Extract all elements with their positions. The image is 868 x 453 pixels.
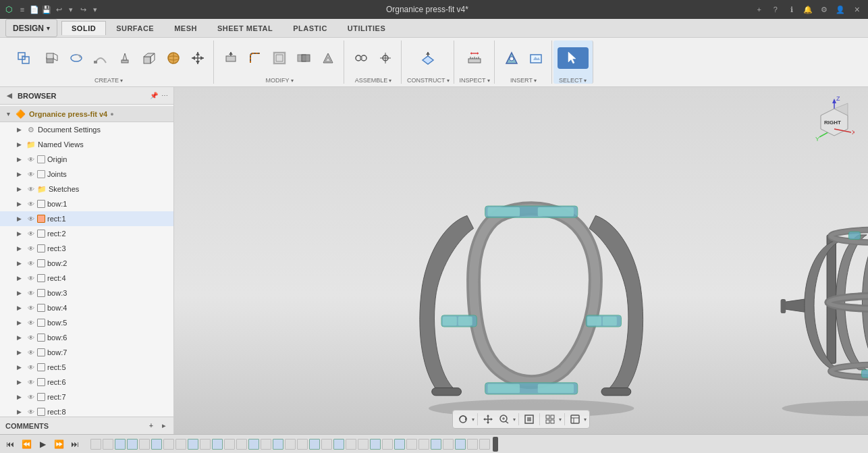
timeline-next-button[interactable]: ⏩ bbox=[51, 437, 66, 452]
sketches-eye-icon[interactable]: 👁 bbox=[26, 184, 36, 194]
tl-feature-25[interactable] bbox=[382, 439, 393, 450]
tl-feature-14[interactable] bbox=[248, 439, 259, 450]
zoom-button[interactable] bbox=[497, 412, 512, 427]
rect5-eye-icon[interactable]: 👁 bbox=[26, 363, 36, 372]
tree-item-sketches[interactable]: ▶ 👁 📁 Sketches bbox=[0, 182, 173, 196]
tree-item-rect8[interactable]: ▶ 👁 rect:8 bbox=[0, 404, 173, 417]
tree-item-rect5[interactable]: ▶ 👁 rect:5 bbox=[0, 360, 173, 375]
fillet-button[interactable] bbox=[244, 48, 267, 68]
timeline-rewind-button[interactable]: ⏮ bbox=[3, 437, 18, 452]
settings-icon[interactable]: ⚙ bbox=[819, 5, 829, 14]
rect3-expand-icon[interactable]: ▶ bbox=[13, 243, 24, 254]
orbit-button[interactable] bbox=[456, 412, 470, 427]
bow6-expand-icon[interactable]: ▶ bbox=[13, 332, 24, 343]
tl-feature-11[interactable] bbox=[212, 439, 223, 450]
timeline-prev-button[interactable]: ⏪ bbox=[19, 437, 34, 452]
tree-item-named-views[interactable]: ▶ 📁 Named Views bbox=[0, 137, 173, 152]
press-pull-button[interactable] bbox=[219, 48, 242, 68]
bow4-expand-icon[interactable]: ▶ bbox=[13, 302, 24, 313]
redo-dropdown-icon[interactable]: ▾ bbox=[90, 5, 100, 14]
rect2-eye-icon[interactable]: 👁 bbox=[26, 229, 36, 238]
tl-feature-3[interactable] bbox=[115, 439, 126, 450]
grid-button[interactable] bbox=[543, 412, 558, 427]
tl-feature-4[interactable] bbox=[127, 439, 138, 450]
tl-feature-28[interactable] bbox=[418, 439, 429, 450]
browser-root-item[interactable]: ▾ 🔶 Orgnanice press-fit v4 ● bbox=[0, 106, 173, 122]
doc-settings-expand-icon[interactable]: ▶ bbox=[13, 124, 24, 135]
select-button[interactable] bbox=[558, 47, 589, 69]
construct-arrow-icon[interactable]: ▾ bbox=[447, 78, 450, 84]
tl-feature-21[interactable] bbox=[333, 439, 344, 450]
tree-item-bow3[interactable]: ▶ 👁 bow:3 bbox=[0, 286, 173, 300]
tl-feature-26[interactable] bbox=[394, 439, 405, 450]
create-arrow-icon[interactable]: ▾ bbox=[120, 78, 123, 84]
move-button[interactable] bbox=[186, 48, 209, 68]
tab-solid[interactable]: SOLID bbox=[61, 21, 106, 35]
tl-feature-30[interactable] bbox=[443, 439, 454, 450]
tl-feature-2[interactable] bbox=[103, 439, 113, 450]
orbit-dropdown-icon[interactable]: ▾ bbox=[472, 417, 474, 423]
tl-feature-32[interactable] bbox=[467, 439, 478, 450]
tree-item-rect1[interactable]: ▶ 👁 rect:1 bbox=[0, 211, 173, 226]
canvas-button[interactable] bbox=[524, 48, 547, 68]
redo-icon[interactable]: ↪ bbox=[78, 5, 88, 14]
bow1-eye-icon[interactable]: 👁 bbox=[26, 199, 36, 209]
assemble-arrow-icon[interactable]: ▾ bbox=[389, 78, 391, 84]
fit-button[interactable] bbox=[522, 412, 537, 427]
tree-item-bow4[interactable]: ▶ 👁 bow:4 bbox=[0, 300, 173, 315]
browser-pin-icon[interactable]: 📌 bbox=[149, 91, 159, 101]
rect1-expand-icon[interactable]: ▶ bbox=[13, 213, 24, 224]
tl-feature-22[interactable] bbox=[346, 439, 356, 450]
tree-item-rect6[interactable]: ▶ 👁 rect:6 bbox=[0, 375, 173, 390]
rect8-eye-icon[interactable]: 👁 bbox=[26, 407, 36, 417]
new-icon[interactable]: 📄 bbox=[30, 5, 39, 14]
inspect-arrow-icon[interactable]: ▾ bbox=[487, 78, 490, 84]
origin-eye-icon[interactable]: 👁 bbox=[26, 155, 36, 164]
timeline-play-button[interactable]: ▶ bbox=[35, 437, 50, 452]
close-button[interactable]: × bbox=[852, 4, 863, 15]
undo-icon[interactable]: ↩ bbox=[54, 5, 63, 14]
timeline-end-button[interactable]: ⏭ bbox=[67, 437, 82, 452]
tree-item-bow1[interactable]: ▶ 👁 bow:1 bbox=[0, 196, 173, 211]
tl-feature-27[interactable] bbox=[406, 439, 417, 450]
rect2-expand-icon[interactable]: ▶ bbox=[13, 228, 24, 239]
tl-feature-16[interactable] bbox=[273, 439, 283, 450]
tl-feature-20[interactable] bbox=[321, 439, 332, 450]
bow3-expand-icon[interactable]: ▶ bbox=[13, 288, 24, 298]
add-tab-icon[interactable]: + bbox=[755, 5, 764, 14]
tl-feature-1[interactable] bbox=[90, 439, 101, 450]
comment-add-icon[interactable]: + bbox=[146, 421, 156, 431]
tl-feature-19[interactable] bbox=[309, 439, 320, 450]
undo-dropdown-icon[interactable]: ▾ bbox=[66, 5, 76, 14]
loft-button[interactable] bbox=[113, 48, 136, 68]
named-views-expand-icon[interactable]: ▶ bbox=[13, 139, 24, 150]
tree-item-rect7[interactable]: ▶ 👁 rect:7 bbox=[0, 390, 173, 404]
combine-button[interactable] bbox=[292, 48, 315, 68]
rect5-expand-icon[interactable]: ▶ bbox=[13, 362, 24, 373]
rect8-expand-icon[interactable]: ▶ bbox=[13, 406, 24, 417]
bow3-eye-icon[interactable]: 👁 bbox=[26, 288, 36, 298]
rect6-eye-icon[interactable]: 👁 bbox=[26, 377, 36, 387]
extrude-button[interactable] bbox=[40, 48, 63, 68]
tree-item-origin[interactable]: ▶ 👁 Origin bbox=[0, 152, 173, 167]
new-component-button[interactable] bbox=[8, 47, 39, 69]
tree-item-doc-settings[interactable]: ▶ ⚙ Document Settings bbox=[0, 122, 173, 137]
scale-button[interactable] bbox=[317, 48, 340, 68]
info-icon[interactable]: ℹ bbox=[787, 5, 796, 14]
tab-surface[interactable]: SURFACE bbox=[106, 21, 164, 35]
pan-button[interactable] bbox=[481, 412, 495, 427]
menu-icon[interactable]: ≡ bbox=[18, 5, 27, 14]
tab-plastic[interactable]: PLASTIC bbox=[283, 21, 337, 35]
bow6-eye-icon[interactable]: 👁 bbox=[26, 333, 36, 342]
comment-collapse-icon[interactable]: ▸ bbox=[159, 421, 168, 431]
bow7-expand-icon[interactable]: ▶ bbox=[13, 347, 24, 358]
tl-feature-31[interactable] bbox=[455, 439, 466, 450]
tl-feature-8[interactable] bbox=[175, 439, 186, 450]
tl-feature-12[interactable] bbox=[224, 439, 235, 450]
tl-feature-17[interactable] bbox=[285, 439, 296, 450]
rect1-eye-icon[interactable]: 👁 bbox=[26, 214, 36, 223]
bow2-eye-icon[interactable]: 👁 bbox=[26, 259, 36, 268]
bow2-expand-icon[interactable]: ▶ bbox=[13, 258, 24, 269]
tl-feature-13[interactable] bbox=[236, 439, 247, 450]
offset-plane-button[interactable] bbox=[416, 48, 439, 68]
